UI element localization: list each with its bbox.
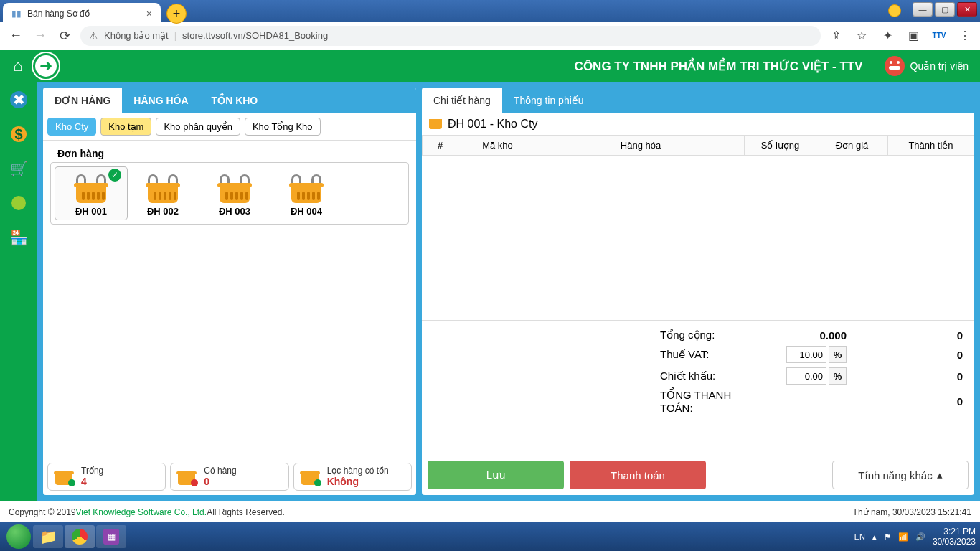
home-icon[interactable]: ⌂	[7, 55, 29, 77]
extensions-icon[interactable]: ✦	[880, 28, 895, 44]
tray-volume-icon[interactable]: 🔊	[915, 532, 925, 542]
tray-flag-icon[interactable]: ⚑	[884, 532, 891, 542]
detail-title: ĐH 001 - Kho Cty	[448, 118, 537, 131]
subtab-kho-phan-quyen[interactable]: Kho phân quyền	[156, 118, 240, 136]
order-label: ĐH 001	[58, 206, 124, 217]
pay-button[interactable]: Thanh toán	[570, 461, 706, 489]
forward-nav-button[interactable]: ➜	[33, 53, 59, 79]
copyright-text: Copyright © 2019	[9, 507, 76, 517]
back-button[interactable]: ←	[7, 27, 24, 44]
order-label: ĐH 004	[273, 206, 339, 217]
col-num: #	[423, 136, 458, 156]
company-link[interactable]: Viet Knowledge Software Co., Ltd.	[76, 507, 207, 517]
more-button[interactable]: Tính năng khác▴	[832, 461, 969, 489]
order-item[interactable]: ĐH 003	[199, 167, 270, 220]
order-item[interactable]: ĐH 002	[127, 167, 199, 220]
start-button[interactable]	[4, 522, 33, 551]
tab-orders[interactable]: ĐƠN HÀNG	[43, 88, 122, 113]
sidebar: ✖ $ 🛒 🏪	[0, 82, 37, 501]
money-icon[interactable]: $	[8, 123, 29, 145]
store-icon[interactable]: 🏪	[8, 227, 29, 248]
col-total: Thành tiền	[888, 136, 974, 156]
grand-label: TỔNG THANH TOÁN:	[430, 389, 732, 414]
check-icon: ✓	[108, 169, 121, 182]
sum-label: Tổng cộng:	[430, 329, 732, 342]
close-window-button[interactable]: ✕	[957, 2, 977, 17]
bag-icon[interactable]	[8, 192, 29, 214]
order-item[interactable]: ✓ ĐH 001	[55, 167, 127, 220]
lang-indicator[interactable]: EN	[854, 532, 865, 541]
col-product: Hàng hóa	[537, 136, 745, 156]
percent-icon[interactable]: %	[829, 346, 847, 363]
tab-stock[interactable]: TỒN KHO	[200, 88, 270, 113]
stat-has[interactable]: Có hàng0	[170, 463, 288, 491]
explorer-icon[interactable]: 📁	[33, 525, 63, 548]
settings-icon[interactable]: ✖	[8, 89, 29, 110]
col-qty: Số lượng	[745, 136, 816, 156]
col-code: Mã kho	[458, 136, 537, 156]
maximize-button[interactable]: ▢	[935, 2, 955, 17]
tab-products[interactable]: HÀNG HÓA	[122, 88, 199, 113]
user-menu[interactable]: Quản trị viên	[885, 56, 969, 76]
minimize-button[interactable]: —	[913, 2, 933, 17]
ttv-ext-icon[interactable]: TTV	[931, 28, 947, 44]
disc-label: Chiết khấu:	[430, 369, 732, 382]
app-taskbar-icon[interactable]: ▦	[96, 525, 126, 548]
reload-button[interactable]: ⟳	[56, 27, 73, 44]
chrome-menu-icon[interactable]: ⋮	[957, 28, 973, 44]
rights-text: All Rights Reserved.	[207, 507, 285, 517]
browser-tab[interactable]: ▮▮ Bán hàng Sơ đồ ×	[3, 3, 161, 24]
col-price: Đơn giá	[816, 136, 888, 156]
subtab-kho-cty[interactable]: Kho Cty	[47, 118, 96, 136]
stat-filter[interactable]: Lọc hàng có tồnKhông	[293, 463, 412, 491]
tab-detail[interactable]: Chi tiết hàng	[422, 88, 502, 113]
url-text: store.ttvsoft.vn/SOHDA81_Booking	[182, 30, 328, 41]
company-title: CÔNG TY TNHH PHẦN MỀM TRI THỨC VIỆT - TT…	[575, 59, 863, 74]
vat-label: Thuế VAT:	[430, 348, 732, 361]
tray-network-icon[interactable]: 📶	[898, 532, 908, 542]
order-label: ĐH 002	[130, 206, 196, 217]
disc-val: 0	[847, 370, 966, 382]
clock[interactable]: 3:21 PM 30/03/2023	[933, 527, 976, 547]
share-icon[interactable]: ⇪	[828, 28, 844, 44]
subtab-kho-tong[interactable]: Kho Tổng Kho	[245, 118, 321, 136]
grand-val: 0	[847, 395, 966, 408]
stat-empty[interactable]: Trống4	[47, 463, 166, 491]
tray-arrow-icon[interactable]: ▴	[872, 532, 877, 542]
tab-info[interactable]: Thông tin phiếu	[502, 88, 595, 113]
save-button[interactable]: Lưu	[428, 461, 564, 489]
tab-title: Bán hàng Sơ đồ	[27, 9, 90, 19]
forward-button[interactable]: →	[32, 27, 49, 44]
order-label: ĐH 003	[202, 206, 268, 217]
chrome-taskbar-icon[interactable]	[65, 525, 95, 548]
detail-table-body	[422, 156, 974, 321]
address-bar[interactable]: ⚠ Không bảo mật | store.ttvsoft.vn/SOHDA…	[80, 26, 821, 46]
caret-up-icon: ▴	[937, 468, 943, 481]
orders-title: Đơn hàng	[57, 148, 409, 159]
sum-qty: 0.000	[732, 329, 847, 342]
vat-input[interactable]	[786, 346, 826, 363]
tab-close-icon[interactable]: ×	[146, 8, 152, 19]
sum-val: 0	[847, 329, 966, 342]
window-indicator-icon	[888, 4, 901, 17]
avatar-icon	[885, 56, 905, 76]
insecure-label: Không bảo mật	[104, 30, 169, 41]
order-item[interactable]: ĐH 004	[270, 167, 342, 220]
video-icon[interactable]: ▣	[905, 28, 921, 44]
basket-icon	[429, 119, 442, 129]
insecure-icon: ⚠	[89, 30, 98, 42]
percent-icon[interactable]: %	[829, 367, 847, 385]
subtab-kho-tam[interactable]: Kho tạm	[100, 118, 151, 136]
vat-val: 0	[847, 349, 966, 361]
bookmark-icon[interactable]: ☆	[854, 28, 870, 44]
user-name: Quản trị viên	[910, 60, 969, 72]
cart-icon[interactable]: 🛒	[8, 158, 29, 179]
new-tab-button[interactable]: +	[166, 4, 187, 24]
disc-input[interactable]	[786, 367, 826, 385]
footer-datetime: Thứ năm, 30/03/2023 15:21:41	[853, 507, 971, 517]
